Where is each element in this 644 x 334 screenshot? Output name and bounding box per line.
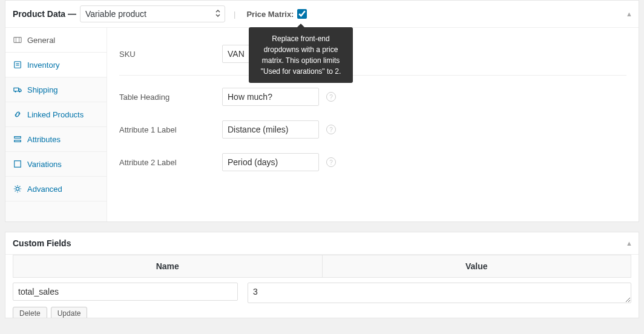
- tab-advanced[interactable]: Advanced: [5, 177, 107, 201]
- custom-fields-body: Name Value Delete Update: [5, 255, 639, 318]
- row-attr1: Attribute 1 Label ?: [119, 113, 626, 146]
- tab-label: Shipping: [27, 85, 58, 94]
- tab-variations[interactable]: Variations: [5, 152, 107, 177]
- custom-fields-table-head: Name Value: [13, 255, 631, 278]
- shipping-icon: [13, 85, 22, 94]
- column-name: Name: [13, 255, 322, 277]
- svg-point-8: [19, 91, 20, 92]
- general-icon: [13, 35, 22, 45]
- label-sku: SKU: [119, 50, 222, 59]
- tab-general[interactable]: General: [5, 28, 107, 53]
- price-matrix-toggle[interactable]: Price Matrix:: [246, 7, 309, 21]
- custom-field-row: [13, 283, 631, 303]
- help-icon[interactable]: ?: [326, 92, 336, 102]
- row-table-heading: Table Heading ?: [119, 80, 626, 113]
- row-sku: SKU: [119, 38, 626, 76]
- product-data-title: Product Data —: [13, 9, 76, 19]
- tab-label: Attributes: [27, 135, 61, 144]
- input-attr1[interactable]: [222, 120, 319, 139]
- svg-rect-0: [14, 38, 21, 43]
- delete-button[interactable]: Delete: [13, 307, 47, 318]
- svg-rect-3: [15, 62, 21, 68]
- tab-label: Linked Products: [27, 110, 84, 119]
- help-icon[interactable]: ?: [326, 125, 336, 134]
- product-data-panel: Product Data — Variable product | Price …: [5, 0, 639, 222]
- label-attr2: Attribute 2 Label: [119, 158, 222, 167]
- svg-rect-10: [15, 140, 21, 142]
- inventory-icon: [13, 60, 22, 70]
- tab-shipping[interactable]: Shipping: [5, 77, 107, 102]
- tab-label: Advanced: [27, 185, 62, 194]
- input-attr2[interactable]: [222, 153, 319, 171]
- separator: |: [234, 10, 235, 19]
- tab-label: Inventory: [27, 61, 59, 70]
- variations-icon: [13, 159, 22, 169]
- product-data-header: Product Data — Variable product | Price …: [5, 1, 639, 28]
- form-area: SKU Table Heading ? Attribute 1 Label ? …: [107, 28, 639, 221]
- svg-point-12: [16, 187, 19, 190]
- help-icon[interactable]: ?: [326, 157, 336, 167]
- link-icon: [13, 110, 22, 119]
- input-table-heading[interactable]: [222, 88, 319, 106]
- svg-point-7: [15, 91, 16, 92]
- collapse-toggle-icon[interactable]: ▲: [626, 10, 632, 18]
- row-attr2: Attribute 2 Label ?: [119, 146, 626, 178]
- tab-linked-products[interactable]: Linked Products: [5, 102, 107, 127]
- tab-attributes[interactable]: Attributes: [5, 127, 107, 152]
- custom-field-value-textarea[interactable]: [248, 283, 631, 303]
- tab-label: Variations: [27, 160, 62, 169]
- custom-fields-panel: Custom Fields ▲ Name Value Delete Update: [5, 232, 639, 318]
- svg-rect-11: [15, 161, 21, 168]
- column-value: Value: [322, 255, 631, 277]
- custom-field-actions: Delete Update: [13, 307, 631, 318]
- update-button[interactable]: Update: [51, 307, 88, 318]
- attributes-icon: [13, 134, 22, 144]
- svg-rect-9: [15, 137, 21, 139]
- label-table-heading: Table Heading: [119, 93, 222, 102]
- price-matrix-checkbox[interactable]: [297, 9, 307, 19]
- label-attr1: Attribute 1 Label: [119, 125, 222, 134]
- product-data-tabs: General Inventory Shipping Linked Produc…: [5, 28, 107, 221]
- product-type-select[interactable]: Variable product: [80, 5, 225, 22]
- collapse-toggle-icon[interactable]: ▲: [626, 240, 632, 247]
- custom-fields-header: Custom Fields ▲: [5, 232, 639, 255]
- tab-inventory[interactable]: Inventory: [5, 53, 107, 77]
- price-matrix-label-text: Price Matrix:: [246, 10, 294, 19]
- price-matrix-tooltip: Replace front-end dropdowns with a price…: [249, 27, 353, 83]
- gear-icon: [13, 184, 22, 194]
- custom-field-name-input[interactable]: [13, 283, 238, 301]
- svg-rect-6: [14, 88, 19, 91]
- tab-label: General: [27, 36, 55, 45]
- custom-fields-title: Custom Fields: [13, 238, 71, 248]
